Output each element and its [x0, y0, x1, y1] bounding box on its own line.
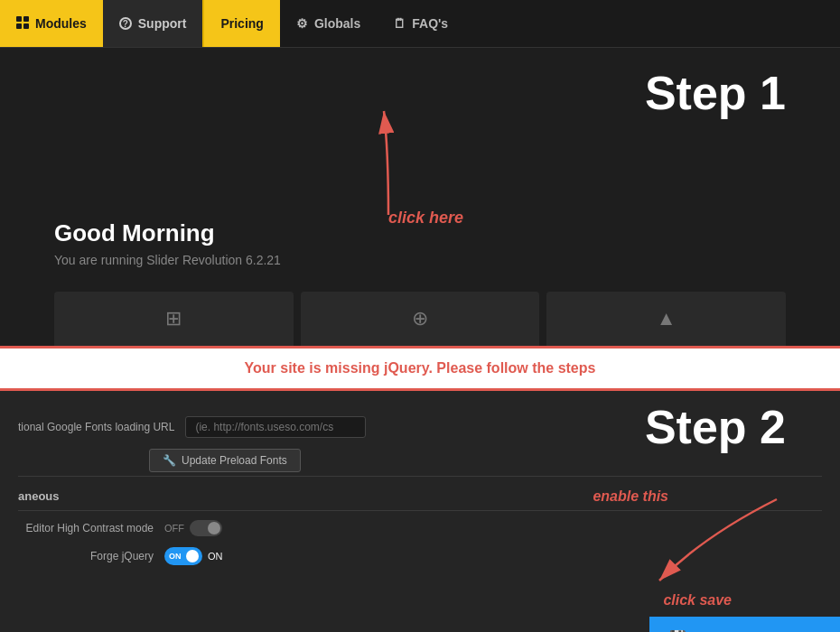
contrast-toggle[interactable]: OFF [164, 520, 222, 536]
step2-label: Step 2 [645, 400, 786, 454]
nav-modules-label: Modules [35, 16, 87, 31]
alert-text: Your site is missing jQuery. Please foll… [245, 360, 596, 376]
card-3: ▲ [546, 292, 786, 346]
gear-icon: ⚙ [296, 16, 308, 31]
nav-globals-label: Globals [314, 16, 360, 31]
step1-label: Step 1 [645, 66, 786, 120]
nav-bar: Modules ? Support Pricing ⚙ Globals 🗒 FA… [0, 0, 840, 48]
nav-pricing-label: Pricing [220, 16, 263, 31]
svg-rect-3 [23, 23, 29, 29]
divider-1 [18, 476, 822, 477]
annotation-arrow-1 [334, 98, 443, 224]
update-fonts-label: Update Preload Fonts [182, 454, 287, 467]
alert-banner: Your site is missing jQuery. Please foll… [0, 346, 840, 391]
contrast-toggle-switch[interactable] [190, 520, 222, 536]
svg-rect-1 [23, 16, 29, 22]
card-2: ⊕ [301, 292, 540, 346]
nav-support-label: Support [138, 16, 187, 31]
save-global-button[interactable]: 💾 Save Global Settings [649, 617, 840, 632]
forge-toggle-switch[interactable] [164, 547, 202, 565]
svg-rect-2 [16, 23, 22, 29]
bottom-section: Step 2 tional Google Fonts loading URL 🔧… [0, 391, 840, 632]
wrench-icon: 🔧 [163, 454, 176, 467]
subtitle-text: You are running Slider Revolution 6.2.21 [54, 253, 840, 267]
card-strip: ⊞ ⊕ ▲ [0, 292, 840, 346]
card-icon-1: ⊞ [165, 307, 182, 330]
nav-faqs-label: FAQ's [412, 16, 448, 31]
nav-pricing[interactable]: Pricing [202, 0, 279, 47]
contrast-label: Editor High Contrast mode [18, 522, 154, 534]
card-icon-2: ⊕ [412, 307, 428, 330]
fonts-input[interactable] [185, 416, 366, 438]
click-here-annotation: click here [388, 209, 463, 228]
fonts-label: tional Google Fonts loading URL [18, 421, 174, 433]
forge-label: Forge jQuery [18, 550, 154, 562]
nav-modules[interactable]: Modules [0, 0, 103, 47]
page-icon: 🗒 [393, 16, 406, 31]
top-section: Step 1 Good Morning You are running Slid… [0, 48, 840, 346]
forge-state: ON [208, 551, 223, 562]
grid-icon [16, 16, 29, 32]
nav-support[interactable]: ? Support [103, 0, 203, 47]
nav-globals[interactable]: ⚙ Globals [280, 0, 377, 47]
question-icon: ? [119, 17, 132, 30]
contrast-state: OFF [164, 523, 184, 534]
card-icon-3: ▲ [657, 307, 677, 330]
card-1: ⊞ [54, 292, 294, 346]
svg-rect-0 [16, 16, 22, 22]
save-annotation: click save [663, 592, 732, 609]
annotation-arrow-enable [614, 481, 795, 599]
update-fonts-button[interactable]: 🔧 Update Preload Fonts [149, 449, 301, 472]
forge-toggle[interactable]: ON [164, 547, 223, 565]
nav-faqs[interactable]: 🗒 FAQ's [377, 0, 464, 47]
